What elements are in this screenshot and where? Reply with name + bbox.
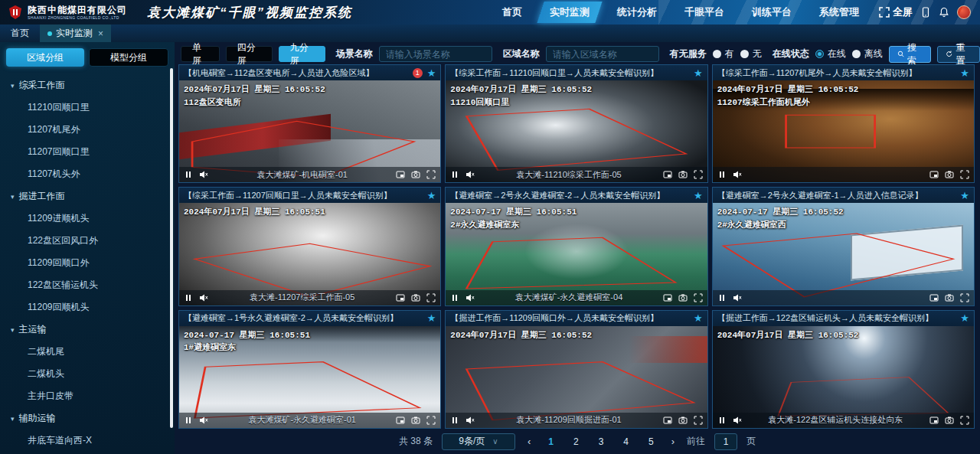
snapshot-icon[interactable] [945,170,954,179]
nav-realtime-monitor[interactable]: 实时监测 [536,0,603,24]
tree-item[interactable]: 井底车道向西-X [0,430,175,452]
mobile-icon[interactable] [920,7,931,18]
tree-item[interactable]: 122盘区辅运机头 [0,274,175,296]
favorite-star-icon[interactable]: ★ [960,191,969,201]
tree-item[interactable]: 11210回顺口里 [0,96,175,119]
favorite-star-icon[interactable]: ★ [694,191,703,201]
tree-item[interactable]: 122盘区回风口外 [0,230,175,252]
prev-page-button[interactable]: ‹ [524,436,534,447]
video-cell-5[interactable]: 【避难硐室→2号永久避难硐室-2→人员未戴安全帽识别】 ★ 2024-07-17… [445,187,707,305]
pause-icon[interactable] [184,293,193,302]
pip-icon[interactable] [663,293,672,302]
tree-item[interactable]: 11209进顺机头 [0,207,175,230]
mute-icon[interactable] [466,416,475,425]
favorite-star-icon[interactable]: ★ [960,68,969,78]
nav-statistics[interactable]: 统计分析 [603,0,671,24]
pip-icon[interactable] [929,293,939,302]
video-frame[interactable]: 2024年07月17日 星期三 16:05:5211210回顺口里 袁大滩-11… [446,80,707,182]
reset-button[interactable]: 重置 [937,46,980,63]
tree-group-aux-transport[interactable]: ▾ 辅助运输 [0,407,175,430]
video-frame[interactable]: 2024-07-17 星期三 16:05:522#永久避难硐室西 [713,203,974,305]
snapshot-icon[interactable] [411,416,420,425]
favorite-star-icon[interactable]: ★ [694,313,703,323]
tree-item[interactable]: 11209回顺口外 [0,252,175,274]
tree-item[interactable]: 二煤机头 [0,363,175,385]
expand-icon[interactable] [694,293,703,302]
pause-icon[interactable] [717,416,727,425]
favorite-star-icon[interactable]: ★ [427,191,436,201]
nav-system-manage[interactable]: 系统管理 [805,0,873,24]
pip-icon[interactable] [663,416,672,425]
snapshot-icon[interactable] [945,416,954,425]
mute-icon[interactable] [733,293,742,302]
scene-name-input[interactable] [379,46,492,62]
online-option-online[interactable]: 在线 [815,47,846,60]
expand-icon[interactable] [694,170,703,179]
page-2-button[interactable]: 2 [568,436,584,447]
snapshot-icon[interactable] [678,170,688,179]
video-cell-7[interactable]: 【避难硐室→1号永久避难硐室-2→人员未戴安全帽识别】 ★ 2024-07-17… [178,310,441,429]
expand-icon[interactable] [426,293,436,302]
favorite-star-icon[interactable]: ★ [427,68,436,78]
tree-group-fully-mechanized-face[interactable]: ▾ 综采工作面 [0,74,175,96]
video-cell-6[interactable]: 【避难硐室→2号永久避难硐室-1→人员进入信息记录】 ★ 2024-07-17 … [712,187,975,305]
expand-icon[interactable] [960,293,969,302]
snapshot-icon[interactable] [678,416,688,425]
quad-screen-button[interactable]: 四分屏 [226,46,273,62]
snapshot-icon[interactable] [411,293,420,302]
pause-icon[interactable] [184,170,193,179]
video-cell-9[interactable]: 【掘进工作面→122盘区辅运机头→人员未戴安全帽识别】 ★ 2024年07月17… [712,310,975,429]
favorite-star-icon[interactable]: ★ [960,313,969,323]
notification-bell-icon[interactable] [939,7,949,18]
nav-qianyan-platform[interactable]: 千眼平台 [671,0,738,24]
tree-item[interactable]: 11207机头外 [0,163,175,185]
expand-icon[interactable] [426,170,436,179]
pause-icon[interactable] [450,416,459,425]
nav-training-platform[interactable]: 训练平台 [738,0,805,24]
tab-realtime-monitor[interactable]: 实时监测 × [40,24,111,42]
tree-item[interactable]: 11207机尾外 [0,119,175,141]
tree-group-driving-face[interactable]: ▾ 掘进工作面 [0,185,175,207]
pip-icon[interactable] [396,170,405,179]
page-5-button[interactable]: 5 [643,436,659,447]
pip-icon[interactable] [396,416,405,425]
video-cell-1[interactable]: 【机电硐室→112盘区变电所→人员进入危险区域】 1 ★ 2024年07月17日… [178,64,441,183]
expand-icon[interactable] [960,170,969,179]
mute-icon[interactable] [199,170,208,179]
tree-item[interactable]: 二煤机尾 [0,341,175,363]
sidebar-tab-model-group[interactable]: 模型分组 [89,48,168,67]
video-frame[interactable]: 2024年07月17日 星期三 16:05:52 袁大滩-11209回顺掘进面-… [446,326,707,428]
pip-icon[interactable] [929,416,939,425]
pause-icon[interactable] [717,170,727,179]
pip-icon[interactable] [396,293,405,302]
pause-icon[interactable] [450,293,459,302]
single-screen-button[interactable]: 单屏 [181,46,220,62]
video-cell-3[interactable]: 【综采工作面→11207机尾外→人员未戴安全帽识别】 ★ 2024年07月17日… [712,64,975,183]
mute-icon[interactable] [733,170,742,179]
mute-icon[interactable] [466,293,475,302]
tab-close-icon[interactable]: × [98,28,103,39]
user-avatar[interactable] [957,5,971,19]
video-frame[interactable]: 2024-07-17 星期三 16:05:512#永久避难硐室东 袁大滩煤矿-永… [446,203,707,305]
sidebar-tab-region-group[interactable]: 区域分组 [6,48,84,67]
mute-icon[interactable] [733,416,742,425]
online-option-offline[interactable]: 离线 [852,47,883,60]
tree-item[interactable]: 11207回顺口里 [0,141,175,163]
next-page-button[interactable]: › [668,436,678,447]
mute-icon[interactable] [199,293,208,302]
page-3-button[interactable]: 3 [593,436,609,447]
video-frame[interactable]: 2024年07月17日 星期三 16:05:51 袁大滩-11207综采工作面-… [179,203,440,305]
fullscreen-button[interactable]: 全屏 [879,5,913,19]
video-frame[interactable]: 2024年07月17日 星期三 16:05:52 袁大滩-122盘区辅运机头连接… [713,326,974,428]
expand-icon[interactable] [426,416,436,425]
expand-icon[interactable] [694,416,703,425]
page-1-button[interactable]: 1 [543,436,559,447]
goto-page-input[interactable] [714,433,737,450]
video-cell-4[interactable]: 【综采工作面→11207回顺口里→人员未戴安全帽识别】 ★ 2024年07月17… [178,187,441,305]
service-option-no[interactable]: 无 [740,47,762,60]
nav-home[interactable]: 首页 [488,0,536,24]
sidebar-scrollbar[interactable] [170,68,173,428]
pause-icon[interactable] [450,170,459,179]
expand-icon[interactable] [960,416,969,425]
video-cell-8[interactable]: 【掘进工作面→11209回顺口外→人员未戴安全帽识别】 ★ 2024年07月17… [445,310,707,429]
